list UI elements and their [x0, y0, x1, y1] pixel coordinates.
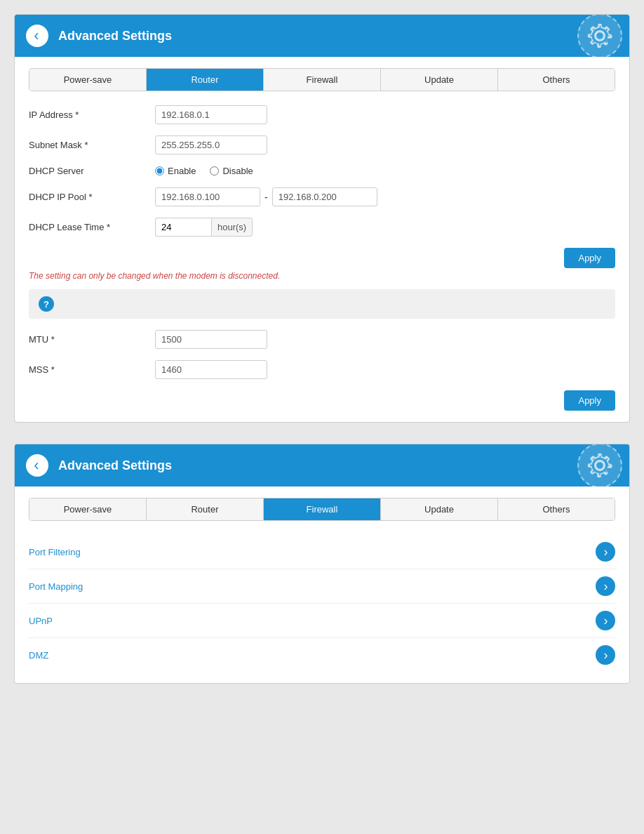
dhcp-disable-label: Disable [222, 166, 253, 176]
panel-2-content: Power-save Router Firewall Update Others… [15, 486, 629, 683]
dhcp-lease-time-label: DHCP Lease Time * [29, 222, 155, 232]
info-box: ? [29, 289, 615, 319]
back-button-1[interactable] [26, 25, 48, 47]
panel-2-header: Advanced Settings [15, 444, 629, 486]
tab-others-1[interactable]: Others [498, 69, 615, 91]
firewall-items-list: Port Filtering Port Mapping UPnP DMZ [29, 535, 615, 672]
port-filtering-label[interactable]: Port Filtering [29, 547, 81, 557]
dhcp-ip-pool-row: DHCP IP Pool * - [29, 187, 615, 206]
lease-time-input[interactable] [155, 218, 211, 237]
ip-address-input[interactable] [155, 105, 267, 124]
mss-label: MSS * [29, 364, 155, 375]
firewall-item-port-filtering: Port Filtering [29, 535, 615, 569]
port-mapping-chevron[interactable] [596, 576, 615, 596]
panel-1-content: Power-save Router Firewall Update Others… [15, 57, 629, 422]
mtu-label: MTU * [29, 334, 155, 345]
apply-section-2: Apply [29, 390, 615, 411]
dhcp-enable-option[interactable]: Enable [155, 166, 196, 176]
gear-icon [577, 14, 622, 58]
firewall-item-port-mapping: Port Mapping [29, 569, 615, 604]
gear-svg [586, 22, 614, 50]
tab-power-save-1[interactable]: Power-save [29, 69, 147, 91]
ip-address-row: IP Address * [29, 105, 615, 124]
tab-router-1[interactable]: Router [147, 69, 264, 91]
dhcp-disable-radio[interactable] [210, 166, 219, 176]
dmz-label[interactable]: DMZ [29, 650, 48, 661]
subnet-mask-label: Subnet Mask * [29, 140, 155, 150]
gear-icon-2 [577, 444, 622, 488]
dhcp-disable-option[interactable]: Disable [210, 166, 253, 176]
tab-firewall-1[interactable]: Firewall [264, 69, 381, 91]
tab-others-2[interactable]: Others [498, 498, 615, 520]
mtu-input[interactable] [155, 330, 267, 349]
mss-row: MSS * [29, 360, 615, 379]
info-icon: ? [39, 296, 54, 312]
tab-firewall-2[interactable]: Firewall [264, 498, 381, 520]
tabs-1: Power-save Router Firewall Update Others [29, 68, 615, 91]
ip-pool-inputs: - [155, 187, 377, 206]
tab-router-2[interactable]: Router [147, 498, 264, 520]
port-mapping-label[interactable]: Port Mapping [29, 581, 83, 592]
firewall-item-dmz: DMZ [29, 638, 615, 672]
apply-section-1: Apply [29, 248, 615, 268]
dhcp-server-row: DHCP Server Enable Disable [29, 166, 615, 176]
tab-update-1[interactable]: Update [381, 69, 498, 91]
warning-text: The setting can only be changed when the… [29, 271, 615, 281]
upnp-label[interactable]: UPnP [29, 616, 53, 626]
mtu-row: MTU * [29, 330, 615, 349]
dhcp-ip-pool-label: DHCP IP Pool * [29, 192, 155, 202]
panel-2-title: Advanced Settings [58, 458, 618, 473]
port-filtering-chevron[interactable] [596, 542, 615, 562]
lease-time-inputs: hour(s) [155, 218, 253, 237]
ip-address-label: IP Address * [29, 110, 155, 120]
panel-2: Advanced Settings Power-save Router Fire… [14, 444, 630, 684]
dhcp-enable-radio[interactable] [155, 166, 164, 176]
panel-1-title: Advanced Settings [58, 29, 618, 44]
dhcp-ip-pool-end-input[interactable] [272, 187, 377, 206]
dhcp-server-label: DHCP Server [29, 166, 155, 176]
ip-range-dash: - [264, 192, 268, 203]
back-button-2[interactable] [26, 454, 48, 477]
panel-1-header: Advanced Settings [15, 15, 629, 57]
apply-button-2[interactable]: Apply [564, 390, 615, 411]
dhcp-lease-time-row: DHCP Lease Time * hour(s) [29, 218, 615, 237]
subnet-mask-row: Subnet Mask * [29, 135, 615, 154]
panel-1: Advanced Settings Power-save Router Fire… [14, 14, 630, 423]
subnet-mask-input[interactable] [155, 135, 267, 154]
dmz-chevron[interactable] [596, 645, 615, 665]
upnp-chevron[interactable] [596, 611, 615, 630]
dhcp-radio-group: Enable Disable [155, 166, 253, 176]
firewall-item-upnp: UPnP [29, 604, 615, 638]
mss-input[interactable] [155, 360, 267, 379]
apply-button-1[interactable]: Apply [564, 248, 615, 268]
tab-power-save-2[interactable]: Power-save [29, 498, 147, 520]
tabs-2: Power-save Router Firewall Update Others [29, 498, 615, 521]
dhcp-enable-label: Enable [168, 166, 196, 176]
dhcp-ip-pool-start-input[interactable] [155, 187, 260, 206]
gear-svg-2 [586, 451, 614, 479]
tab-update-2[interactable]: Update [381, 498, 498, 520]
lease-unit-label: hour(s) [211, 218, 253, 237]
